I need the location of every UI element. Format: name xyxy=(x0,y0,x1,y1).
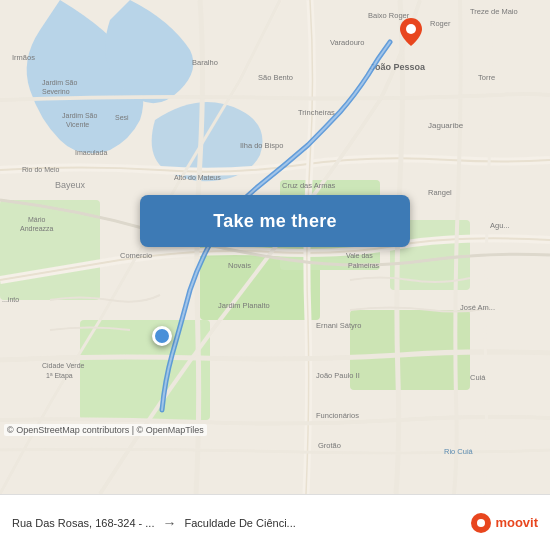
svg-text:Cuiá: Cuiá xyxy=(470,373,486,382)
svg-text:Mário: Mário xyxy=(28,216,46,223)
svg-point-48 xyxy=(406,24,416,34)
svg-text:Baralho: Baralho xyxy=(192,58,218,67)
route-to: Faculdade De Ciênci... xyxy=(184,517,295,529)
moovit-logo: moovit xyxy=(471,513,538,533)
svg-text:São Bento: São Bento xyxy=(258,73,293,82)
map-container: Bayeux João Pessoa Trincheiras Varadouro… xyxy=(0,0,550,494)
moovit-icon xyxy=(471,513,491,533)
svg-text:Cidade Verde: Cidade Verde xyxy=(42,362,85,369)
svg-text:Trincheiras: Trincheiras xyxy=(298,108,335,117)
svg-text:Imaculada: Imaculada xyxy=(75,149,107,156)
svg-text:Agu...: Agu... xyxy=(490,221,510,230)
destination-marker xyxy=(400,18,422,46)
svg-text:Jardim São: Jardim São xyxy=(62,112,98,119)
svg-text:Funcionários: Funcionários xyxy=(316,411,359,420)
svg-text:Rio Cuiá: Rio Cuiá xyxy=(444,447,474,456)
route-from: Rua Das Rosas, 168-324 - ... xyxy=(12,517,154,529)
svg-text:Grotão: Grotão xyxy=(318,441,341,450)
svg-text:Torre: Torre xyxy=(478,73,495,82)
svg-rect-3 xyxy=(80,320,210,420)
take-me-there-button[interactable]: Take me there xyxy=(140,195,410,247)
svg-text:Roger: Roger xyxy=(430,19,451,28)
svg-text:Vicente: Vicente xyxy=(66,121,89,128)
svg-text:Comercio: Comercio xyxy=(120,251,152,260)
svg-text:Sesi: Sesi xyxy=(115,114,129,121)
svg-text:Bayeux: Bayeux xyxy=(55,180,86,190)
route-info: Rua Das Rosas, 168-324 - ... → Faculdade… xyxy=(12,515,463,531)
svg-text:1ª Etapa: 1ª Etapa xyxy=(46,372,73,380)
route-arrow: → xyxy=(162,515,176,531)
svg-text:Treze de Maio: Treze de Maio xyxy=(470,7,518,16)
svg-text:Vale das: Vale das xyxy=(346,252,373,259)
svg-text:Varadouro: Varadouro xyxy=(330,38,364,47)
svg-text:Jardim Planalto: Jardim Planalto xyxy=(218,301,270,310)
svg-text:Cruz das Armas: Cruz das Armas xyxy=(282,181,336,190)
svg-text:Novais: Novais xyxy=(228,261,251,270)
moovit-icon-inner xyxy=(477,519,485,527)
svg-text:Rio do Meio: Rio do Meio xyxy=(22,166,59,173)
svg-text:Severino: Severino xyxy=(42,88,70,95)
svg-text:Alto do Mateus: Alto do Mateus xyxy=(174,174,221,181)
svg-text:Jaguaribe: Jaguaribe xyxy=(428,121,464,130)
svg-text:...into: ...into xyxy=(2,296,19,303)
button-label: Take me there xyxy=(213,211,337,232)
svg-text:Irmãos: Irmãos xyxy=(12,53,35,62)
map-background: Bayeux João Pessoa Trincheiras Varadouro… xyxy=(0,0,550,494)
map-credit: © OpenStreetMap contributors | © OpenMap… xyxy=(4,424,207,436)
bottom-bar: Rua Das Rosas, 168-324 - ... → Faculdade… xyxy=(0,494,550,550)
svg-text:João Pessoa: João Pessoa xyxy=(370,62,426,72)
svg-text:Rangel: Rangel xyxy=(428,188,452,197)
origin-marker xyxy=(152,326,172,346)
svg-text:Andreazza: Andreazza xyxy=(20,225,54,232)
svg-text:Jardim São: Jardim São xyxy=(42,79,78,86)
svg-text:Ernani Sátyro: Ernani Sátyro xyxy=(316,321,361,330)
svg-text:Palmeiras: Palmeiras xyxy=(348,262,380,269)
svg-text:João Paulo II: João Paulo II xyxy=(316,371,360,380)
svg-text:José Am...: José Am... xyxy=(460,303,495,312)
moovit-brand-name: moovit xyxy=(495,515,538,530)
svg-text:Ilha do Bispo: Ilha do Bispo xyxy=(240,141,283,150)
